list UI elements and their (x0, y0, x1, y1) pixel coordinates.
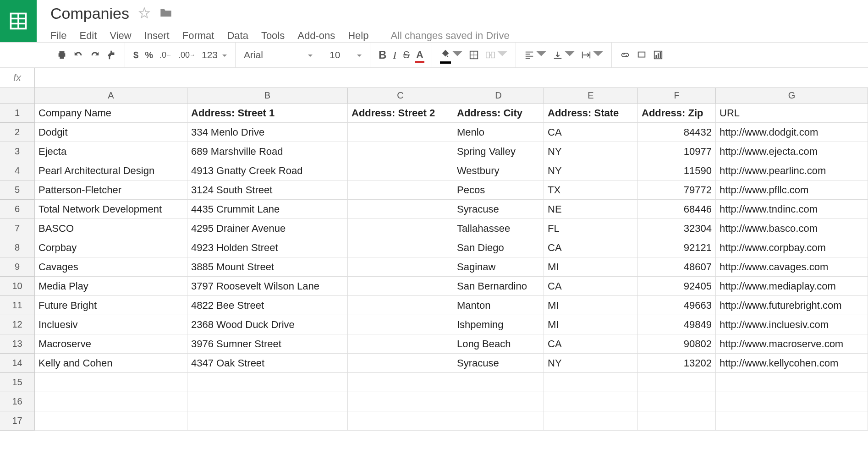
cell[interactable]: 32304 (638, 219, 716, 238)
col-header-b[interactable]: B (187, 88, 348, 103)
cell[interactable] (348, 411, 453, 431)
cell[interactable]: 84432 (638, 123, 716, 142)
row-header[interactable]: 12 (0, 315, 35, 334)
cell[interactable]: Spring Valley (453, 142, 544, 161)
cell[interactable]: Patterson-Fletcher (35, 180, 187, 200)
cell[interactable]: Address: State (544, 104, 638, 123)
row-header[interactable]: 3 (0, 142, 35, 161)
cell[interactable]: 4295 Drainer Avenue (187, 219, 348, 238)
italic-button[interactable]: I (393, 47, 396, 63)
cell[interactable]: Media Play (35, 277, 187, 296)
row-header[interactable]: 16 (0, 392, 35, 411)
cell[interactable] (35, 373, 187, 392)
menu-insert[interactable]: Insert (144, 30, 170, 42)
cell[interactable]: 90802 (638, 334, 716, 354)
cell[interactable] (348, 142, 453, 161)
borders-button[interactable] (469, 47, 479, 63)
cell[interactable] (638, 392, 716, 411)
insert-comment-button[interactable] (637, 47, 647, 63)
cell[interactable]: 4913 Gnatty Creek Road (187, 161, 348, 180)
cell[interactable]: Total Network Development (35, 200, 187, 219)
cell[interactable] (638, 411, 716, 431)
cell[interactable]: 334 Menlo Drive (187, 123, 348, 142)
cell[interactable]: CA (544, 334, 638, 354)
cell[interactable] (348, 354, 453, 373)
cell[interactable]: http://www.dodgit.com (716, 123, 868, 142)
cell[interactable]: Saginaw (453, 257, 544, 277)
cell[interactable] (544, 411, 638, 431)
text-color-button[interactable]: A (416, 47, 423, 63)
row-header[interactable]: 6 (0, 200, 35, 219)
cell[interactable]: 3124 South Street (187, 180, 348, 200)
row-header[interactable]: 4 (0, 161, 35, 180)
cell[interactable]: http://www.kellycohen.com (716, 354, 868, 373)
cell[interactable]: 689 Marshville Road (187, 142, 348, 161)
cell[interactable] (638, 373, 716, 392)
cell[interactable] (348, 219, 453, 238)
row-header[interactable]: 10 (0, 277, 35, 296)
col-header-a[interactable]: A (35, 88, 187, 103)
cell[interactable] (716, 411, 868, 431)
row-header[interactable]: 14 (0, 354, 35, 373)
cell[interactable]: Incluesiv (35, 315, 187, 334)
cell[interactable]: 3885 Mount Street (187, 257, 348, 277)
cell[interactable] (544, 373, 638, 392)
cell[interactable]: 92121 (638, 238, 716, 257)
number-format-dropdown[interactable]: 123 (202, 49, 227, 60)
star-icon[interactable] (138, 7, 150, 21)
cell[interactable] (348, 334, 453, 354)
cell[interactable] (348, 392, 453, 411)
cell[interactable]: Ejecta (35, 142, 187, 161)
doc-title[interactable]: Companies (50, 5, 129, 22)
cell[interactable]: Future Bright (35, 296, 187, 315)
cell[interactable]: 79772 (638, 180, 716, 200)
row-header[interactable]: 11 (0, 296, 35, 315)
sheets-logo[interactable] (0, 0, 37, 42)
row-header[interactable]: 5 (0, 180, 35, 200)
cell[interactable] (187, 373, 348, 392)
cell[interactable]: Corpbay (35, 238, 187, 257)
cell[interactable]: 2368 Wood Duck Drive (187, 315, 348, 334)
cell[interactable]: http://www.pearlinc.com (716, 161, 868, 180)
cell[interactable] (348, 277, 453, 296)
cell[interactable]: 49849 (638, 315, 716, 334)
cell[interactable]: http://www.mediaplay.com (716, 277, 868, 296)
cell[interactable]: Tallahassee (453, 219, 544, 238)
row-header[interactable]: 17 (0, 411, 35, 431)
cell[interactable]: MI (544, 296, 638, 315)
cell[interactable]: Menlo (453, 123, 544, 142)
horizontal-align-button[interactable] (524, 47, 546, 63)
cell[interactable]: http://www.macroserve.com (716, 334, 868, 354)
cell[interactable]: Macroserve (35, 334, 187, 354)
cell[interactable] (348, 123, 453, 142)
cell[interactable]: NY (544, 354, 638, 373)
cell[interactable]: Dodgit (35, 123, 187, 142)
vertical-align-button[interactable] (553, 47, 575, 63)
cell[interactable]: Pecos (453, 180, 544, 200)
cell[interactable] (453, 411, 544, 431)
cell[interactable]: Address: Street 1 (187, 104, 348, 123)
cell[interactable]: NE (544, 200, 638, 219)
cell[interactable]: San Bernardino (453, 277, 544, 296)
cell[interactable] (453, 373, 544, 392)
cell[interactable]: San Diego (453, 238, 544, 257)
cell[interactable]: http://www.ejecta.com (716, 142, 868, 161)
cell[interactable]: Manton (453, 296, 544, 315)
row-header[interactable]: 7 (0, 219, 35, 238)
insert-chart-button[interactable] (653, 47, 663, 63)
paint-format-icon[interactable] (106, 47, 116, 63)
cell[interactable] (348, 200, 453, 219)
cell[interactable]: Address: Zip (638, 104, 716, 123)
cell[interactable]: Pearl Architectural Design (35, 161, 187, 180)
formula-input[interactable] (35, 68, 868, 87)
cell[interactable] (544, 392, 638, 411)
cell[interactable]: http://www.cavages.com (716, 257, 868, 277)
col-header-f[interactable]: F (638, 88, 716, 103)
cell[interactable]: Cavages (35, 257, 187, 277)
cell[interactable]: Long Beach (453, 334, 544, 354)
cell[interactable] (348, 296, 453, 315)
cell[interactable]: Address: Street 2 (348, 104, 453, 123)
cell[interactable]: Kelly and Cohen (35, 354, 187, 373)
menu-file[interactable]: File (50, 30, 66, 42)
menu-data[interactable]: Data (227, 30, 248, 42)
